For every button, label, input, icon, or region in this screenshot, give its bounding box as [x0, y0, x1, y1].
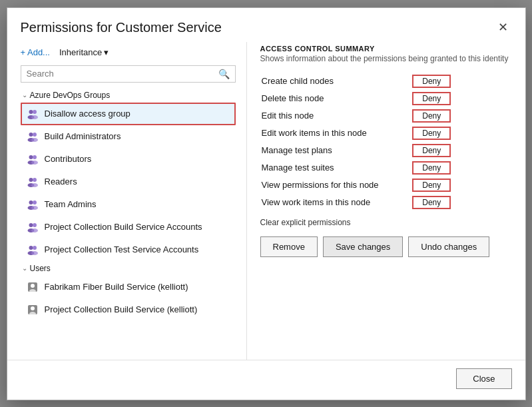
svg-point-33: [29, 312, 36, 316]
toolbar: + Add... Inheritance ▾: [21, 42, 236, 60]
svg-point-7: [31, 138, 38, 142]
svg-point-17: [33, 201, 37, 204]
right-panel: ACCESS CONTROL SUMMARY Shows information…: [247, 42, 512, 360]
svg-point-1: [33, 110, 37, 114]
azure-devops-groups-label: Azure DevOps Groups: [30, 91, 111, 100]
permission-value: Deny: [411, 142, 511, 159]
svg-point-30: [29, 289, 36, 293]
permission-value: Deny: [411, 73, 511, 90]
list-item-label: Fabrikam Fiber Build Service (kelliott): [45, 282, 188, 292]
svg-point-5: [33, 133, 37, 137]
deny-badge: Deny: [412, 109, 451, 123]
list-item-label: Project Collection Test Service Accounts: [45, 244, 199, 254]
service-icon: [26, 303, 39, 316]
permission-row: Edit work items in this node Deny: [260, 125, 512, 142]
permission-value: Deny: [411, 90, 511, 107]
permission-label: Edit this node: [260, 107, 411, 125]
search-input[interactable]: [27, 69, 214, 79]
users-group-header[interactable]: ⌄ Users: [21, 261, 236, 276]
group-icon: [26, 153, 39, 166]
svg-point-23: [31, 228, 38, 232]
svg-point-0: [29, 110, 33, 114]
svg-point-20: [29, 223, 33, 227]
group-icon: [26, 130, 39, 143]
dialog-footer: Close: [7, 360, 525, 400]
chevron-down-icon: ▾: [104, 47, 109, 57]
permission-row: Edit this node Deny: [260, 107, 512, 125]
permissions-dialog: Permissions for Customer Service ✕ + Add…: [7, 7, 526, 400]
inheritance-button[interactable]: Inheritance ▾: [54, 45, 114, 60]
permission-row: Create child nodes Deny: [260, 73, 512, 90]
group-icon: [26, 220, 39, 234]
svg-point-3: [31, 115, 38, 119]
permission-label: Manage test plans: [260, 142, 411, 159]
permission-label: Edit work items in this node: [260, 125, 411, 142]
list-item[interactable]: Project Collection Build Service Account…: [21, 216, 236, 238]
deny-badge: Deny: [412, 179, 451, 192]
remove-button[interactable]: Remove: [260, 236, 318, 257]
list-item-label: Team Admins: [45, 199, 97, 209]
deny-badge: Deny: [412, 75, 451, 88]
acs-title: ACCESS CONTROL SUMMARY: [260, 45, 512, 53]
svg-point-21: [33, 223, 37, 227]
group-icon: [26, 175, 39, 189]
permission-label: Manage test suites: [260, 159, 411, 177]
permission-value: Deny: [411, 125, 511, 142]
action-buttons: Remove Save changes Undo changes: [260, 236, 512, 257]
svg-point-32: [31, 306, 35, 310]
dialog-body: + Add... Inheritance ▾ 🔍 ⌄ Azure DevOps …: [7, 42, 525, 360]
svg-point-4: [29, 133, 33, 137]
deny-badge: Deny: [412, 161, 451, 175]
list-item[interactable]: Fabrikam Fiber Build Service (kelliott): [21, 276, 236, 298]
permission-label: View work items in this node: [260, 194, 411, 211]
list-item[interactable]: Project Collection Test Service Accounts: [21, 238, 236, 261]
acs-subtitle: Shows information about the permissions …: [260, 54, 512, 63]
search-bar: 🔍: [21, 65, 236, 83]
svg-point-11: [31, 161, 38, 165]
close-dialog-button[interactable]: Close: [456, 368, 511, 389]
permission-row: Delete this node Deny: [260, 90, 512, 107]
permission-label: Create child nodes: [260, 73, 411, 90]
undo-changes-button[interactable]: Undo changes: [408, 236, 489, 257]
deny-badge: Deny: [412, 127, 451, 140]
add-button[interactable]: + Add...: [21, 45, 54, 60]
title-bar: Permissions for Customer Service ✕: [7, 8, 525, 42]
list-item[interactable]: Build Administrators: [21, 125, 236, 148]
permission-value: Deny: [411, 159, 511, 177]
list-item-label: Project Collection Build Service Account…: [45, 222, 202, 232]
permission-label: Delete this node: [260, 90, 411, 107]
group-icon: [26, 198, 39, 211]
group-icon: [26, 243, 39, 256]
list-item[interactable]: Contributors: [21, 148, 236, 171]
list-item[interactable]: Readers: [21, 171, 236, 193]
list-item-label: Project Collection Build Service (kellio…: [45, 304, 198, 314]
save-changes-button[interactable]: Save changes: [323, 236, 403, 257]
svg-point-19: [31, 206, 38, 210]
permission-value: Deny: [411, 177, 511, 194]
clear-explicit-permissions-link[interactable]: Clear explicit permissions: [260, 218, 512, 227]
svg-point-25: [33, 246, 37, 250]
deny-badge: Deny: [412, 196, 451, 209]
permission-row: Manage test suites Deny: [260, 159, 512, 177]
svg-point-9: [33, 155, 37, 159]
chevron-icon: ⌄: [22, 91, 27, 99]
svg-point-24: [29, 246, 33, 250]
list-item[interactable]: Team Admins: [21, 193, 236, 216]
permission-row: View work items in this node Deny: [260, 194, 512, 211]
permissions-table: Create child nodes Deny Delete this node…: [260, 73, 512, 211]
svg-point-27: [31, 251, 38, 255]
svg-point-15: [31, 183, 38, 187]
azure-devops-groups-header[interactable]: ⌄ Azure DevOps Groups: [21, 88, 236, 103]
inheritance-label: Inheritance: [59, 47, 102, 57]
permission-label: View permissions for this node: [260, 177, 411, 194]
left-panel: + Add... Inheritance ▾ 🔍 ⌄ Azure DevOps …: [21, 42, 247, 360]
list-item[interactable]: Disallow access group: [21, 103, 236, 125]
permission-row: Manage test plans Deny: [260, 142, 512, 159]
title-close-button[interactable]: ✕: [494, 20, 512, 35]
deny-badge: Deny: [412, 144, 451, 157]
list-item[interactable]: Project Collection Build Service (kellio…: [21, 298, 236, 321]
permission-value: Deny: [411, 107, 511, 125]
group-icon: [26, 107, 39, 121]
deny-badge: Deny: [412, 92, 451, 105]
list-item-label: Contributors: [45, 154, 92, 164]
